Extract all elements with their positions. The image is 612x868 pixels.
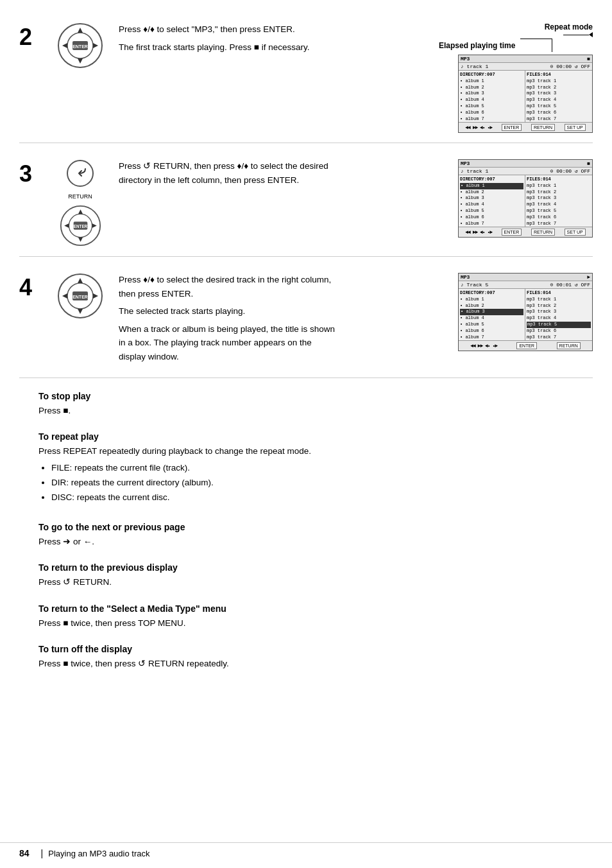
info-repeat-play: To repeat play Press REPEAT repeatedly d… [19,425,593,515]
step-3-dir-4: ▪ album 4 [460,202,523,208]
repeat-mode-label: Repeat mode [545,22,593,31]
step-3-section: 3 RETURN ENTER Press ↺ RETURN, [19,150,593,257]
elapsed-time-label: Elapsed playing time [439,41,515,50]
step-4-track-7: mp3 track 7 [527,334,591,340]
step-3-track-3: mp3 track 3 [527,195,591,202]
step-3-setup-btn: SET UP [565,229,586,236]
step-4-icon: ENTER [51,273,109,319]
step-4-display-body: DIRECTORY:007 ▪ album 1 ▪ album 2 ▪ albu… [459,289,592,340]
info-repeat-disc: DISC: repeats the current disc. [51,490,574,505]
step-2-text: Press ♦/♦ to select "MP3," then press EN… [119,22,337,58]
svg-marker-22 [93,293,98,299]
svg-marker-19 [78,278,83,283]
step-2-instruction-1: Press ♦/♦ to select "MP3," then press EN… [119,22,337,37]
step-4-display-title: MP3 [461,274,470,280]
info-turn-off-heading: To turn off the display [38,644,574,654]
footer-divider: | [41,848,44,858]
step-3-display-title: MP3 [461,161,470,166]
page-footer: 84 | Playing an MP3 audio track [0,842,612,858]
info-prev-display-body: Press ↺ RETURN. [38,575,574,589]
step-3-dir-2: ▪ album 2 [460,189,523,196]
step-4-dir-column: DIRECTORY:007 ▪ album 1 ▪ album 2 ▪ albu… [459,289,525,340]
step-4-instruction-3: When a track or album is being played, t… [119,322,337,364]
step-4-text: Press ♦/♦ to select the desired track in… [119,273,337,368]
step-2-dir-column: DIRECTORY:007 ▪ album 1 ▪ album 2 ▪ albu… [459,71,525,122]
info-repeat-play-body: Press REPEAT repeatedly during playback … [38,444,574,458]
step-4-instruction-2: The selected track starts playing. [119,304,337,318]
info-next-prev-body: Press ➜ or ←. [38,535,574,549]
return-icon [66,159,95,188]
step-4-time-repeat: ⊙ 00:01 ↺ OFF [550,282,590,288]
step-2-track-6: mp3 track 6 [527,110,591,116]
step-4-track-4: mp3 track 4 [527,315,591,322]
step-3-track-1: mp3 track 1 [527,183,591,189]
svg-marker-5 [93,43,98,48]
step-4-dir-5: ▪ album 5 [460,322,523,328]
step-4-enter-btn: ENTER [516,342,537,349]
step-2-track-label: ♪ track 1 [461,64,488,69]
step-3-number: 3 [19,159,45,186]
step-2-track-7: mp3 track 7 [527,116,591,122]
info-stop-play-body: Press ■. [38,404,574,418]
step-2-icon: ENTER [51,22,109,69]
step-2-display-status: ♪ track 1 ⊙ 00:00 ↺ OFF [459,63,592,71]
svg-text:ENTER: ENTER [72,44,88,49]
step-3-track-label: ♪ track 1 [461,168,488,174]
step-2-instruction-2: The first track starts playing. Press ■ … [119,40,337,55]
step-4-track-5-selected: mp3 track 5 [527,322,591,328]
svg-marker-12 [78,238,82,242]
step-4-number: 4 [19,273,45,299]
info-media-type-menu: To return to the "Select a Media Type" m… [19,597,593,638]
step-3-display-body: DIRECTORY:007 ▪ album 1 ▪ album 2 ▪ albu… [459,175,592,227]
step-4-track-1: mp3 track 1 [527,297,591,303]
info-prev-display: To return to the previous display Press … [19,556,593,597]
info-prev-display-heading: To return to the previous display [38,562,574,573]
step-2-display-header: MP3 ■ [459,55,592,63]
step-2-return-btn: RETURN [531,124,555,131]
step-3-return-btn: RETURN [531,229,555,236]
info-media-type-body: Press ■ twice, then press TOP MENU. [38,616,574,630]
step-2-track-2: mp3 track 2 [527,85,591,91]
step-4-dir-3-selected: ▪ album 3 [460,309,523,315]
step-4-nav-icons: ◄◄ ►► ◄• •► [470,343,497,349]
info-stop-play-heading: To stop play [38,391,574,401]
step-3-nav-icons: ◄◄ ►► ◄• •► [465,229,492,235]
step-3-instruction-1: Press ↺ RETURN, then press ♦/♦ to select… [119,159,337,187]
step-3-dir-6: ▪ album 6 [460,214,523,221]
step-2-dir-6: ▪ album 6 [460,110,523,116]
step-2-stop-icon: ■ [587,56,590,62]
svg-marker-21 [62,293,67,299]
step-2-annotations: Repeat mode Elapsed playing time [439,22,593,133]
step-3-icon: RETURN ENTER [51,159,109,247]
svg-marker-11 [78,209,82,214]
step-2-dir-4: ▪ album 4 [460,97,523,103]
step-4-track-label: ♪ Track 5 [461,282,488,288]
step-4-dir-4: ▪ album 4 [460,315,523,322]
step-4-track-2: mp3 track 2 [527,303,591,309]
page-number: 84 [19,848,30,858]
step-2-dir-1: ▪ album 1 [460,78,523,85]
step-4-display-footer: ◄◄ ►► ◄• •► ENTER RETURN [459,340,592,351]
step-4-dir-7: ▪ album 7 [460,334,523,340]
step-4-track-3: mp3 track 3 [527,309,591,315]
step-4-return-btn: RETURN [557,342,581,349]
step-3-display-footer: ◄◄ ►► ◄• •► ENTER RETURN SET UP [459,227,592,237]
step-3-track-column: FILES:014 mp3 track 1 mp3 track 2 mp3 tr… [525,175,592,227]
step-2-track-3: mp3 track 3 [527,91,591,97]
step-3-track-6: mp3 track 6 [527,214,591,221]
info-next-prev-heading: To go to the next or previous page [38,522,574,532]
step-4-display: MP3 ► ♪ Track 5 ⊙ 00:01 ↺ OFF DIRECTORY:… [458,273,593,351]
step-2-track-column: FILES:014 mp3 track 1 mp3 track 2 mp3 tr… [525,71,592,122]
step-3-text: Press ↺ RETURN, then press ♦/♦ to select… [119,159,337,191]
step-3-dir-7: ▪ album 7 [460,221,523,227]
svg-marker-3 [78,58,83,64]
step-2-files-header: FILES:014 [527,72,591,78]
step-2-track-5: mp3 track 5 [527,103,591,110]
step-2-display-body: DIRECTORY:007 ▪ album 1 ▪ album 2 ▪ albu… [459,71,592,122]
svg-text:ENTER: ENTER [72,295,88,299]
step-2-dir-2: ▪ album 2 [460,85,523,91]
step-2-time-repeat: ⊙ 00:00 ↺ OFF [550,64,590,69]
step-4-play-icon: ► [587,274,590,280]
step-2-section: 2 ENTER Press ♦/♦ to select "MP3," then … [19,13,593,143]
step-3-enter-btn: ENTER [502,229,522,236]
